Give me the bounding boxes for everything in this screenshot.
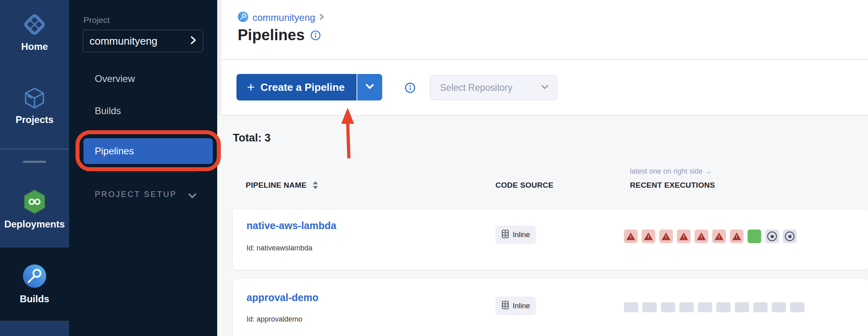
column-label: PIPELINE NAME <box>246 181 307 190</box>
inline-store-icon <box>501 301 509 311</box>
create-pipeline-dropdown-button[interactable] <box>357 74 382 100</box>
subnav-item-pipelines[interactable]: Pipelines <box>84 138 213 164</box>
execution-empty-icon <box>661 302 675 312</box>
execution-empty-icon <box>698 302 712 312</box>
project-selector-value: communityeng <box>90 35 190 47</box>
project-setup-toggle[interactable]: PROJECT SETUP <box>95 190 177 199</box>
deployments-hexagon-icon <box>22 209 47 216</box>
subnav-divider <box>95 172 198 172</box>
code-source-label: Inline <box>513 302 530 310</box>
rail-item-projects[interactable]: Projects <box>0 86 69 125</box>
rail-item-builds[interactable]: Builds <box>0 263 69 305</box>
project-avatar-icon <box>238 11 249 24</box>
execution-failed-icon[interactable]: ! <box>659 229 673 243</box>
select-repository-value: Select Repository <box>440 82 541 93</box>
execution-empty-icon <box>772 302 786 312</box>
subnav-item-overview[interactable]: Overview <box>95 73 135 84</box>
pipeline-row[interactable]: approval-demo Id: approvaldemo Inline <box>233 279 868 336</box>
pipeline-list: Total: 3 latest one on right side → PIPE… <box>217 116 868 336</box>
execution-failed-icon[interactable]: ! <box>642 229 655 243</box>
rail-item-label: Deployments <box>0 219 69 230</box>
chevron-right-icon <box>319 13 324 22</box>
column-pipeline-name: PIPELINE NAME <box>246 181 318 190</box>
project-setup-label: PROJECT SETUP <box>95 190 177 199</box>
execution-failed-icon[interactable]: ! <box>712 229 726 243</box>
pipeline-id: Id: approvaldemo <box>247 315 302 324</box>
execution-empty-icon <box>679 302 694 312</box>
code-source-badge: Inline <box>495 297 536 315</box>
execution-failed-icon[interactable]: ! <box>624 229 638 243</box>
sort-icon[interactable] <box>312 181 318 190</box>
breadcrumb: communityeng <box>238 11 324 24</box>
pipeline-row[interactable]: native-aws-lambda Id: nativeawslambda In… <box>233 209 868 270</box>
execution-aborted-icon[interactable] <box>765 229 779 243</box>
recent-executions-strip: !!!!!!! <box>624 229 797 243</box>
chevron-down-icon <box>541 84 549 91</box>
page-header: communityeng Pipelines <box>221 0 868 59</box>
breadcrumb-project-link[interactable]: communityeng <box>253 12 315 23</box>
rail-item-label: Home <box>0 41 69 52</box>
pipeline-id: Id: nativeawslambda <box>247 244 312 252</box>
total-count: Total: 3 <box>233 132 271 144</box>
code-source-label: Inline <box>513 231 530 239</box>
module-rail: Home Projects <box>0 0 69 336</box>
chevron-right-icon <box>190 35 196 47</box>
pipelines-toolbar: + Create a Pipeline Select Repository <box>221 60 868 115</box>
inline-store-icon <box>501 229 509 240</box>
harness-logo-icon <box>22 31 47 38</box>
execution-empty-icon <box>624 302 638 312</box>
execution-failed-icon[interactable]: ! <box>730 229 744 243</box>
subnav-item-builds[interactable]: Builds <box>95 105 121 117</box>
rail-item-label: Builds <box>0 293 69 305</box>
rail-item-home[interactable]: Home <box>0 12 69 52</box>
pipeline-name-link[interactable]: native-aws-lambda <box>247 220 336 232</box>
project-subnav: Project communityeng Overview Builds Pip… <box>69 0 217 336</box>
plus-icon: + <box>247 80 255 94</box>
info-icon[interactable] <box>405 82 416 93</box>
cube-icon <box>23 104 46 111</box>
execution-empty-icon <box>790 302 805 312</box>
rail-section-divider <box>0 149 69 150</box>
create-pipeline-button[interactable]: + Create a Pipeline <box>236 74 357 100</box>
execution-failed-icon[interactable]: ! <box>695 229 708 243</box>
page-title: Pipelines <box>238 27 305 44</box>
execution-aborted-icon[interactable] <box>783 229 797 243</box>
info-icon[interactable] <box>310 30 321 41</box>
pipeline-name-link[interactable]: approval-demo <box>247 292 318 303</box>
select-repository-dropdown[interactable]: Select Repository <box>430 75 557 100</box>
recent-executions-strip <box>624 302 805 312</box>
execution-empty-icon <box>716 302 731 312</box>
create-pipeline-label: Create a Pipeline <box>261 81 345 94</box>
execution-empty-icon <box>753 302 768 312</box>
builds-circle-icon <box>22 284 47 291</box>
latest-execution-hint: latest one on right side → <box>630 167 712 176</box>
subnav-item-label: Pipelines <box>95 145 134 157</box>
create-pipeline-split-button: + Create a Pipeline <box>236 74 382 100</box>
column-recent-executions: RECENT EXECUTIONS <box>630 181 715 190</box>
execution-empty-icon <box>642 302 657 312</box>
execution-empty-icon <box>735 302 749 312</box>
rail-item-deployments[interactable]: Deployments <box>0 189 69 230</box>
execution-success-icon[interactable] <box>748 229 761 243</box>
chevron-down-icon[interactable] <box>188 193 197 200</box>
project-selector[interactable]: communityeng <box>83 30 203 52</box>
rail-dash-divider <box>23 161 46 163</box>
project-label: Project <box>84 15 110 25</box>
code-source-badge: Inline <box>495 225 536 244</box>
pipelines-page: Home Projects <box>0 0 868 336</box>
execution-failed-icon[interactable]: ! <box>677 229 691 243</box>
rail-item-label: Projects <box>0 114 69 125</box>
chevron-down-icon <box>365 84 375 91</box>
column-code-source: CODE SOURCE <box>495 181 554 190</box>
